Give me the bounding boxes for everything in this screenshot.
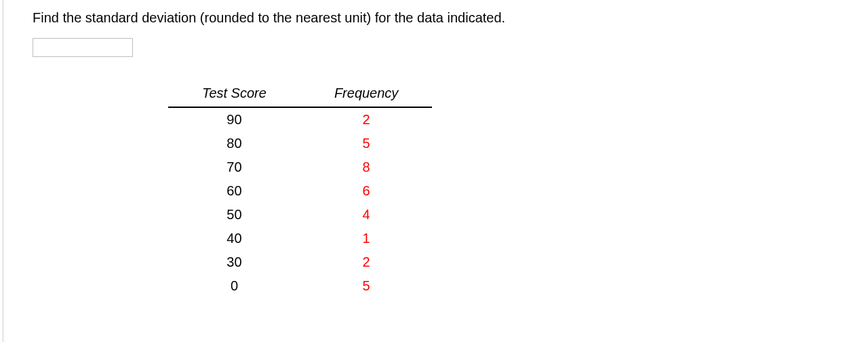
frequency-cell: 2 <box>300 107 433 132</box>
score-cell: 50 <box>168 203 300 227</box>
table-row: 80 5 <box>168 132 432 155</box>
score-cell: 80 <box>168 132 300 155</box>
table-row: 60 6 <box>168 179 432 203</box>
frequency-cell: 5 <box>300 132 433 155</box>
score-cell: 30 <box>168 250 300 274</box>
score-cell: 40 <box>168 227 300 250</box>
table-row: 0 5 <box>168 274 432 298</box>
score-cell: 0 <box>168 274 300 298</box>
frequency-cell: 5 <box>300 274 433 298</box>
frequency-cell: 2 <box>300 250 433 274</box>
table-row: 90 2 <box>168 107 432 132</box>
score-cell: 60 <box>168 179 300 203</box>
table-row: 30 2 <box>168 250 432 274</box>
answer-input[interactable] <box>33 38 133 57</box>
frequency-cell: 6 <box>300 179 433 203</box>
header-test-score: Test Score <box>168 81 300 107</box>
score-cell: 70 <box>168 155 300 179</box>
frequency-cell: 4 <box>300 203 433 227</box>
question-text: Find the standard deviation (rounded to … <box>33 8 868 27</box>
frequency-cell: 1 <box>300 227 433 250</box>
score-cell: 90 <box>168 107 300 132</box>
table-row: 70 8 <box>168 155 432 179</box>
frequency-cell: 8 <box>300 155 433 179</box>
header-frequency: Frequency <box>300 81 433 107</box>
table-row: 50 4 <box>168 203 432 227</box>
table-row: 40 1 <box>168 227 432 250</box>
table-header-row: Test Score Frequency <box>168 81 432 107</box>
data-table: Test Score Frequency 90 2 80 5 70 8 60 6… <box>168 81 432 298</box>
